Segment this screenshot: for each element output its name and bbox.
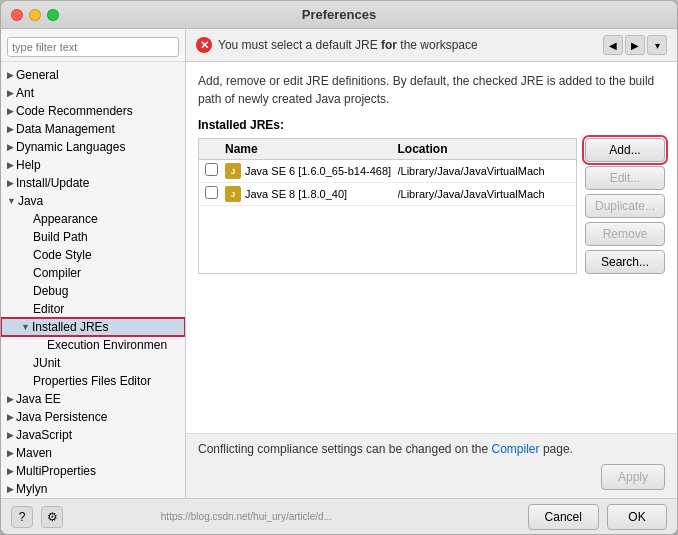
table-header: Name Location xyxy=(199,139,576,160)
sidebar-item-label: Maven xyxy=(16,446,52,460)
preferences-window: Preferences ▶General▶Ant▶Code Recommende… xyxy=(0,0,678,535)
sidebar-item-junit[interactable]: JUnit xyxy=(1,354,185,372)
sidebar-item-editor[interactable]: Editor xyxy=(1,300,185,318)
sidebar-item-installed-jres[interactable]: ▼Installed JREs xyxy=(1,318,185,336)
sidebar-item-label: Execution Environmen xyxy=(47,338,167,352)
sidebar-item-label: Java xyxy=(18,194,43,208)
sidebar-item-label: Mylyn xyxy=(16,482,47,496)
sidebar: ▶General▶Ant▶Code Recommenders▶Data Mana… xyxy=(1,29,186,498)
sidebar-item-label: JUnit xyxy=(33,356,60,370)
compiler-link[interactable]: Compiler xyxy=(492,442,540,456)
jre-table: Name Location J Java SE 6 [1.6.0_65-b14-… xyxy=(198,138,577,274)
duplicate-jre-button[interactable]: Duplicate... xyxy=(585,194,665,218)
table-row[interactable]: J Java SE 8 [1.8.0_40] /Library/Java/Jav… xyxy=(199,183,576,206)
panel-description: Add, remove or edit JRE definitions. By … xyxy=(198,72,665,108)
nav-buttons: ◀ ▶ ▾ xyxy=(603,35,667,55)
arrow-right-icon: ▶ xyxy=(7,412,14,422)
footer: ? ⚙ https://blog.csdn.net/hui_ury/articl… xyxy=(1,498,677,534)
arrow-down-icon: ▼ xyxy=(7,196,16,206)
search-jre-button[interactable]: Search... xyxy=(585,250,665,274)
minimize-button[interactable] xyxy=(29,9,41,21)
sidebar-item-dynamic-languages[interactable]: ▶Dynamic Languages xyxy=(1,138,185,156)
settings-icon[interactable]: ⚙ xyxy=(41,506,63,528)
arrow-right-icon: ▶ xyxy=(7,142,14,152)
title-bar: Preferences xyxy=(1,1,677,29)
sidebar-item-multiproperties[interactable]: ▶MultiProperties xyxy=(1,462,185,480)
ok-button[interactable]: OK xyxy=(607,504,667,530)
sidebar-item-label: Editor xyxy=(33,302,64,316)
sidebar-item-appearance[interactable]: Appearance xyxy=(1,210,185,228)
sidebar-item-code-style[interactable]: Code Style xyxy=(1,246,185,264)
sidebar-item-maven[interactable]: ▶Maven xyxy=(1,444,185,462)
jre-checkbox-1[interactable] xyxy=(205,186,225,202)
sidebar-item-label: General xyxy=(16,68,59,82)
error-icon: ✕ xyxy=(196,37,212,53)
jre-location-0: /Library/Java/JavaVirtualMach xyxy=(398,165,571,177)
arrow-right-icon: ▶ xyxy=(7,394,14,404)
arrow-right-icon: ▶ xyxy=(7,160,14,170)
warning-message: You must select a default JRE for the wo… xyxy=(218,38,478,52)
main-panel: ✕ You must select a default JRE for the … xyxy=(186,29,677,498)
sidebar-item-installed-envs[interactable]: Execution Environmen xyxy=(1,336,185,354)
sidebar-item-help[interactable]: ▶Help xyxy=(1,156,185,174)
sidebar-item-java-persistence[interactable]: ▶Java Persistence xyxy=(1,408,185,426)
forward-button[interactable]: ▶ xyxy=(625,35,645,55)
edit-jre-button[interactable]: Edit... xyxy=(585,166,665,190)
sidebar-item-label: Install/Update xyxy=(16,176,89,190)
sidebar-item-install-update[interactable]: ▶Install/Update xyxy=(1,174,185,192)
installed-jres-label: Installed JREs: xyxy=(198,118,665,132)
help-icon[interactable]: ? xyxy=(11,506,33,528)
sidebar-item-label: Appearance xyxy=(33,212,98,226)
sidebar-item-ant[interactable]: ▶Ant xyxy=(1,84,185,102)
sidebar-item-label: Build Path xyxy=(33,230,88,244)
location-col-header: Location xyxy=(398,142,571,156)
sidebar-item-label: Java EE xyxy=(16,392,61,406)
arrow-right-icon: ▶ xyxy=(7,484,14,494)
sidebar-item-mylyn[interactable]: ▶Mylyn xyxy=(1,480,185,498)
jre-checkbox-0[interactable] xyxy=(205,163,225,179)
maximize-button[interactable] xyxy=(47,9,59,21)
cancel-button[interactable]: Cancel xyxy=(528,504,599,530)
arrow-down-icon: ▼ xyxy=(21,322,30,332)
sidebar-item-label: JavaScript xyxy=(16,428,72,442)
conflict-message: Conflicting compliance settings can be c… xyxy=(198,442,665,456)
jre-action-buttons: Add... Edit... Duplicate... Remove Searc… xyxy=(585,138,665,274)
sidebar-item-build-path[interactable]: Build Path xyxy=(1,228,185,246)
arrow-right-icon: ▶ xyxy=(7,430,14,440)
jre-icon-1: J xyxy=(225,186,241,202)
back-button[interactable]: ◀ xyxy=(603,35,623,55)
sidebar-item-prop-files-editor[interactable]: Properties Files Editor xyxy=(1,372,185,390)
remove-jre-button[interactable]: Remove xyxy=(585,222,665,246)
arrow-right-icon: ▶ xyxy=(7,106,14,116)
name-col-header: Name xyxy=(225,142,398,156)
arrow-right-icon: ▶ xyxy=(7,178,14,188)
jre-icon-0: J xyxy=(225,163,241,179)
add-jre-button[interactable]: Add... xyxy=(585,138,665,162)
arrow-right-icon: ▶ xyxy=(7,466,14,476)
sidebar-item-label: Compiler xyxy=(33,266,81,280)
dropdown-button[interactable]: ▾ xyxy=(647,35,667,55)
sidebar-item-compiler[interactable]: Compiler xyxy=(1,264,185,282)
sidebar-item-general[interactable]: ▶General xyxy=(1,66,185,84)
arrow-right-icon: ▶ xyxy=(7,448,14,458)
sidebar-item-debug[interactable]: Debug xyxy=(1,282,185,300)
sidebar-item-code-recommenders[interactable]: ▶Code Recommenders xyxy=(1,102,185,120)
sidebar-item-label: Properties Files Editor xyxy=(33,374,151,388)
jre-location-1: /Library/Java/JavaVirtualMach xyxy=(398,188,571,200)
sidebar-item-label: Debug xyxy=(33,284,68,298)
footer-action-buttons: Cancel OK xyxy=(528,504,667,530)
arrow-right-icon: ▶ xyxy=(7,88,14,98)
sidebar-item-label: Java Persistence xyxy=(16,410,107,424)
sidebar-item-data-management[interactable]: ▶Data Management xyxy=(1,120,185,138)
close-button[interactable] xyxy=(11,9,23,21)
sidebar-item-label: Data Management xyxy=(16,122,115,136)
main-content: ▶General▶Ant▶Code Recommenders▶Data Mana… xyxy=(1,29,677,498)
table-row[interactable]: J Java SE 6 [1.6.0_65-b14-468] /Library/… xyxy=(199,160,576,183)
sidebar-item-java-ee[interactable]: ▶Java EE xyxy=(1,390,185,408)
sidebar-item-javascript[interactable]: ▶JavaScript xyxy=(1,426,185,444)
apply-button[interactable]: Apply xyxy=(601,464,665,490)
filter-input[interactable] xyxy=(7,37,179,57)
sidebar-item-label: Code Recommenders xyxy=(16,104,133,118)
window-title: Preferences xyxy=(302,7,376,22)
sidebar-item-java[interactable]: ▼Java xyxy=(1,192,185,210)
